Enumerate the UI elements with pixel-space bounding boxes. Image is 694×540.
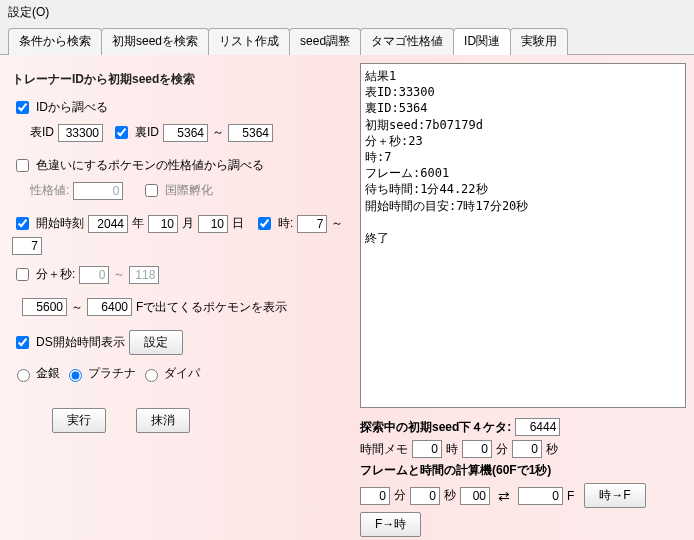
ds-start-checkbox[interactable]: DS開始時間表示 — [12, 333, 125, 352]
platinum-radio[interactable] — [69, 369, 82, 382]
frame-from[interactable] — [22, 298, 67, 316]
f-to-ji-button[interactable]: F→時 — [360, 512, 421, 537]
omote-id-label: 表ID — [30, 124, 54, 141]
month-suffix: 月 — [182, 215, 194, 232]
kingin-radio[interactable] — [17, 369, 30, 382]
bottom-right: 探索中の初期seed下４ケタ: 時間メモ 時 分 秒 フレームと時間の計算機(6… — [360, 414, 686, 540]
memo-ji-suf: 時 — [446, 441, 458, 458]
funbyou-to[interactable] — [129, 266, 159, 284]
funbyou-checkbox[interactable]: 分＋秒: — [12, 265, 75, 284]
panel-title: トレーナーIDから初期seedを検索 — [12, 71, 352, 88]
frame-to[interactable] — [87, 298, 132, 316]
memo-fun-suf: 分 — [496, 441, 508, 458]
tab-2[interactable]: リスト作成 — [208, 28, 290, 55]
tilde-4: ～ — [71, 299, 83, 316]
platinum-label: プラチナ — [88, 365, 136, 382]
irochigai-checkbox[interactable]: 色違いにするポケモンの性格値から調べる — [12, 156, 264, 175]
calc-fun-suf: 分 — [394, 487, 406, 504]
funbyou-input[interactable] — [16, 268, 29, 281]
year-input[interactable] — [88, 215, 128, 233]
tab-3[interactable]: seed調整 — [289, 28, 361, 55]
daipa-label: ダイパ — [164, 365, 200, 382]
funbyou-label: 分＋秒: — [36, 266, 75, 283]
tab-0[interactable]: 条件から検索 — [8, 28, 102, 55]
ji-label: 時: — [278, 215, 293, 232]
kingin-label: 金銀 — [36, 365, 60, 382]
calc-f-suf: F — [567, 489, 574, 503]
memo-byou-suf: 秒 — [546, 441, 558, 458]
search-by-id-checkbox[interactable]: IDから調べる — [12, 98, 108, 117]
calc-frame[interactable] — [518, 487, 563, 505]
left-panel: トレーナーIDから初期seedを検索 IDから調べる 表ID 裏ID ～ 色違い… — [8, 63, 360, 540]
version-kingin[interactable]: 金銀 — [12, 365, 60, 382]
calc-byou-suf: 秒 — [444, 487, 456, 504]
ura-id-label: 裏ID — [135, 124, 159, 141]
kokusai-label: 国際孵化 — [165, 182, 213, 199]
ds-start-input[interactable] — [16, 336, 29, 349]
ji-from[interactable] — [297, 215, 327, 233]
kaishi-input[interactable] — [16, 217, 29, 230]
omote-id-input[interactable] — [58, 124, 103, 142]
tilde-3: ～ — [113, 266, 125, 283]
ura-id-from[interactable] — [163, 124, 208, 142]
tilde-2: ～ — [331, 215, 343, 232]
ura-id-to[interactable] — [228, 124, 273, 142]
version-daipa[interactable]: ダイパ — [140, 365, 200, 382]
seikaku-label: 性格値: — [30, 182, 69, 199]
ji-check-input[interactable] — [258, 217, 271, 230]
ji-to-f-button[interactable]: 時→F — [584, 483, 645, 508]
daipa-radio[interactable] — [145, 369, 158, 382]
content: トレーナーIDから初期seedを検索 IDから調べる 表ID 裏ID ～ 色違い… — [0, 55, 694, 540]
tab-4[interactable]: タマゴ性格値 — [360, 28, 454, 55]
day-suffix: 日 — [232, 215, 244, 232]
ds-start-label: DS開始時間表示 — [36, 334, 125, 351]
search-by-id-label: IDから調べる — [36, 99, 108, 116]
tansaku-label: 探索中の初期seed下４ケタ: — [360, 419, 511, 436]
month-input[interactable] — [148, 215, 178, 233]
ura-id-check-input[interactable] — [115, 126, 128, 139]
menu-settings[interactable]: 設定(O) — [8, 5, 49, 19]
funbyou-from[interactable] — [79, 266, 109, 284]
ura-id-checkbox[interactable]: 裏ID — [111, 123, 159, 142]
results-textarea[interactable] — [360, 63, 686, 408]
memo-ji[interactable] — [412, 440, 442, 458]
kokusai-input[interactable] — [145, 184, 158, 197]
calc-title: フレームと時間の計算機(60Fで1秒) — [360, 462, 551, 479]
clear-button[interactable]: 抹消 — [136, 408, 190, 433]
execute-button[interactable]: 実行 — [52, 408, 106, 433]
tab-bar: 条件から検索 初期seedを検索 リスト作成 seed調整 タマゴ性格値 ID関… — [0, 25, 694, 55]
kaishi-checkbox[interactable]: 開始時刻 — [12, 214, 84, 233]
tab-1[interactable]: 初期seedを検索 — [101, 28, 209, 55]
day-input[interactable] — [198, 215, 228, 233]
ji-to[interactable] — [12, 237, 42, 255]
version-platinum[interactable]: プラチナ — [64, 365, 136, 382]
ji-checkbox[interactable]: 時: — [254, 214, 293, 233]
irochigai-input[interactable] — [16, 159, 29, 172]
kaishi-label: 開始時刻 — [36, 215, 84, 232]
swap-icon: ⇄ — [494, 488, 514, 504]
year-suffix: 年 — [132, 215, 144, 232]
calc-fun[interactable] — [360, 487, 390, 505]
memo-byou[interactable] — [512, 440, 542, 458]
settei-button[interactable]: 設定 — [129, 330, 183, 355]
tansaku-value[interactable] — [515, 418, 560, 436]
menubar: 設定(O) — [0, 0, 694, 25]
memo-fun[interactable] — [462, 440, 492, 458]
tab-5[interactable]: ID関連 — [453, 28, 511, 55]
frame-suffix: Fで出てくるポケモンを表示 — [136, 299, 287, 316]
irochigai-label: 色違いにするポケモンの性格値から調べる — [36, 157, 264, 174]
kokusai-checkbox[interactable]: 国際孵化 — [141, 181, 213, 200]
tilde-1: ～ — [212, 124, 224, 141]
search-by-id-input[interactable] — [16, 101, 29, 114]
calc-byou[interactable] — [410, 487, 440, 505]
tab-6[interactable]: 実験用 — [510, 28, 568, 55]
calc-sub[interactable] — [460, 487, 490, 505]
jikan-memo-label: 時間メモ — [360, 441, 408, 458]
right-panel: 探索中の初期seed下４ケタ: 時間メモ 時 分 秒 フレームと時間の計算機(6… — [360, 63, 686, 540]
seikaku-input[interactable] — [73, 182, 123, 200]
